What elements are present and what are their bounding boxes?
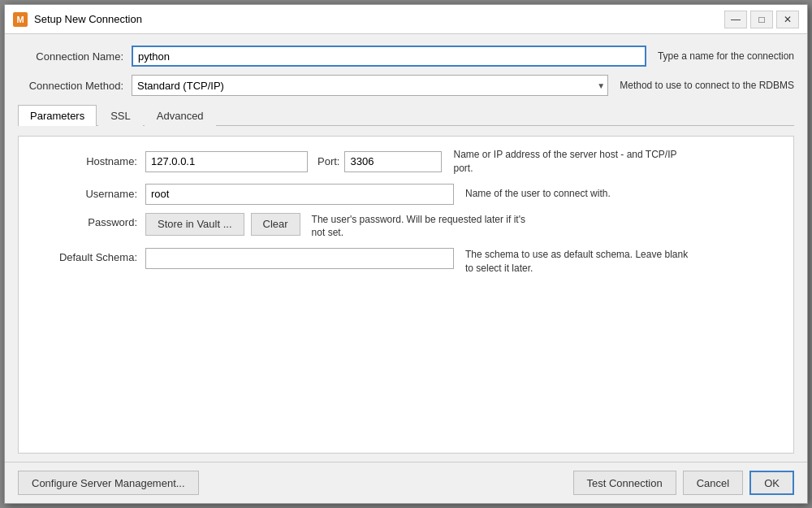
username-hint: Name of the user to connect with.: [465, 187, 611, 201]
maximize-button[interactable]: □: [750, 11, 773, 28]
dialog-body: Connection Name: Type a name for the con…: [5, 34, 807, 462]
username-input[interactable]: [145, 184, 454, 205]
ok-button[interactable]: OK: [749, 471, 794, 495]
cancel-button[interactable]: Cancel: [683, 471, 743, 495]
password-buttons: Store in Vault ... Clear: [145, 213, 300, 236]
footer-right: Test Connection Cancel OK: [573, 471, 795, 495]
password-label: Password:: [32, 213, 145, 228]
store-in-vault-button[interactable]: Store in Vault ...: [145, 213, 244, 236]
connection-method-row: Connection Method: Standard (TCP/IP) Sta…: [18, 75, 794, 96]
connection-name-row: Connection Name: Type a name for the con…: [18, 46, 794, 67]
password-hint: The user's password. Will be requested l…: [312, 213, 539, 241]
default-schema-hint: The schema to use as default schema. Lea…: [465, 248, 693, 276]
hostname-input[interactable]: [145, 151, 308, 172]
window-controls: — □ ✕: [724, 11, 799, 28]
hostname-label: Hostname:: [32, 155, 145, 167]
footer-left: Configure Server Management...: [18, 471, 573, 495]
connection-method-label: Connection Method:: [18, 80, 132, 92]
connection-method-hint: Method to use to connect to the RDBMS: [620, 79, 794, 93]
clear-button[interactable]: Clear: [251, 213, 300, 236]
default-schema-input[interactable]: [145, 248, 454, 269]
password-row: Password: Store in Vault ... Clear The u…: [32, 213, 780, 241]
tab-ssl[interactable]: SSL: [98, 105, 143, 126]
minimize-button[interactable]: —: [724, 11, 747, 28]
connection-name-label: Connection Name:: [18, 50, 132, 63]
hostname-row: Hostname: Port: Name or IP address of th…: [32, 148, 780, 176]
username-label: Username:: [32, 188, 145, 200]
svg-text:M: M: [16, 15, 24, 24]
connection-name-input[interactable]: [132, 46, 646, 67]
default-schema-row: Default Schema: The schema to use as def…: [32, 248, 780, 276]
tab-parameters[interactable]: Parameters: [18, 105, 97, 126]
setup-connection-dialog: M Setup New Connection — □ ✕ Connection …: [4, 4, 808, 504]
tabs-bar: Parameters SSL Advanced: [18, 104, 794, 126]
app-icon: M: [13, 12, 28, 27]
test-connection-button[interactable]: Test Connection: [573, 471, 676, 495]
configure-server-button[interactable]: Configure Server Management...: [18, 471, 199, 495]
connection-name-hint: Type a name for the connection: [658, 50, 794, 63]
parameters-area: Hostname: Port: Name or IP address of th…: [18, 136, 794, 454]
hostname-hint: Name or IP address of the server host - …: [453, 148, 680, 176]
dialog-footer: Configure Server Management... Test Conn…: [5, 462, 807, 503]
default-schema-label: Default Schema:: [32, 248, 145, 263]
tab-advanced[interactable]: Advanced: [145, 105, 216, 126]
title-bar: M Setup New Connection — □ ✕: [5, 5, 807, 34]
dialog-title: Setup New Connection: [34, 13, 724, 25]
username-row: Username: Name of the user to connect wi…: [32, 184, 780, 205]
port-label: Port:: [317, 155, 339, 167]
connection-method-wrapper: Standard (TCP/IP) Standard (TCP/IP) with…: [132, 75, 608, 96]
connection-method-select[interactable]: Standard (TCP/IP) Standard (TCP/IP) with…: [132, 75, 608, 96]
close-button[interactable]: ✕: [776, 11, 799, 28]
port-input[interactable]: [344, 151, 442, 172]
